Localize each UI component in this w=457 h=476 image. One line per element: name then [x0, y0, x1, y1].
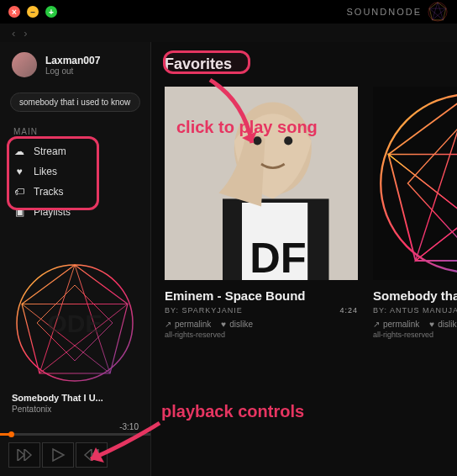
logout-link[interactable]: Log out — [45, 66, 100, 76]
nav-back-button[interactable]: ‹ — [12, 27, 15, 40]
now-playing-art[interactable]: ODE — [12, 260, 138, 386]
now-playing-artist: Pentatonix — [12, 405, 139, 414]
track-duration: 4:24 — [339, 306, 358, 315]
track-license: all-rights-reserved — [373, 331, 457, 339]
sidebar-item-label: Likes — [34, 166, 57, 177]
track-title: Eminem - Space Bound — [165, 288, 358, 303]
track-list: DF Eminem - Space Bound BY: SPARKYJANIE … — [165, 87, 457, 339]
dislike-button[interactable]: ♥dislike — [429, 320, 457, 329]
sidebar-nav: ☁ Stream ♥ Likes 🏷 Tracks ▣ Playlists — [0, 140, 150, 224]
track-byline: BY: ANTUS MANUJA — [373, 306, 457, 315]
dislike-button[interactable]: ♥dislike — [221, 320, 253, 329]
tag-icon: 🏷 — [13, 186, 25, 198]
svg-point-0 — [428, 3, 447, 21]
titlebar: × – + SOUNDNODE — [0, 0, 457, 24]
svg-point-13 — [253, 136, 261, 145]
history-nav: ‹ › — [0, 24, 457, 42]
link-icon: ↗ — [373, 320, 380, 329]
nav-forward-button[interactable]: › — [24, 27, 27, 40]
content: Favorites DF Eminem - S — [151, 42, 457, 476]
permalink-link[interactable]: ↗permalink — [165, 320, 211, 329]
track-card[interactable]: Somebody that I used to know - Gotye ( B… — [373, 87, 457, 339]
cloud-icon: ☁ — [13, 145, 25, 157]
heart-icon: ♥ — [13, 166, 25, 177]
sidebar-section-label: MAIN — [0, 124, 150, 140]
sidebar-item-likes[interactable]: ♥ Likes — [5, 161, 145, 182]
svg-rect-15 — [373, 87, 457, 280]
now-playing-time: -3:10 — [0, 419, 150, 433]
heart-icon: ♥ — [221, 320, 226, 329]
track-art[interactable] — [373, 87, 457, 280]
track-card[interactable]: DF Eminem - Space Bound BY: SPARKYJANIE … — [165, 87, 358, 339]
next-button[interactable] — [76, 442, 108, 468]
sidebar-item-label: Tracks — [34, 186, 64, 198]
svg-text:ODE: ODE — [47, 309, 102, 337]
svg-text:DF: DF — [250, 234, 306, 280]
sidebar-item-label: Stream — [34, 145, 66, 157]
previous-button[interactable] — [8, 442, 40, 468]
progress-bar[interactable] — [0, 433, 150, 436]
user-block: Laxman007 Log out — [0, 42, 150, 87]
avatar[interactable] — [12, 52, 37, 77]
window-controls: × – + — [8, 6, 57, 18]
sidebar-item-playlists[interactable]: ▣ Playlists — [5, 202, 145, 222]
track-art[interactable]: DF — [165, 87, 358, 280]
track-title: Somebody that I used to know - Gotye ( — [373, 288, 457, 303]
brand-text: SOUNDNODE — [346, 7, 422, 17]
playback-controls — [0, 441, 150, 476]
heart-icon: ♥ — [429, 320, 434, 329]
username: Laxman007 — [45, 55, 100, 66]
sidebar-item-stream[interactable]: ☁ Stream — [5, 141, 145, 161]
page-title: Favorites — [165, 56, 457, 73]
svg-point-14 — [284, 136, 292, 145]
link-icon: ↗ — [165, 320, 171, 329]
svg-marker-2 — [429, 3, 446, 20]
track-byline: BY: SPARKYJANIE — [165, 306, 243, 315]
sidebar-item-label: Playlists — [34, 206, 71, 218]
playlist-icon: ▣ — [13, 206, 25, 218]
minimize-window-button[interactable]: – — [27, 6, 39, 18]
maximize-window-button[interactable]: + — [45, 6, 57, 18]
brand-logo-icon — [427, 1, 449, 23]
now-playing: ODE Somebody That I U... Pentatonix — [0, 251, 150, 419]
now-playing-title: Somebody That I U... — [12, 393, 139, 403]
permalink-link[interactable]: ↗permalink — [373, 320, 419, 329]
search-input[interactable] — [10, 93, 140, 112]
brand: SOUNDNODE — [346, 1, 449, 23]
svg-marker-1 — [429, 3, 446, 20]
sidebar-item-tracks[interactable]: 🏷 Tracks — [5, 182, 145, 202]
play-button[interactable] — [42, 442, 74, 468]
close-window-button[interactable]: × — [8, 6, 20, 18]
sidebar: Laxman007 Log out MAIN ☁ Stream ♥ Likes … — [0, 42, 151, 476]
track-license: all-rights-reserved — [165, 331, 358, 339]
